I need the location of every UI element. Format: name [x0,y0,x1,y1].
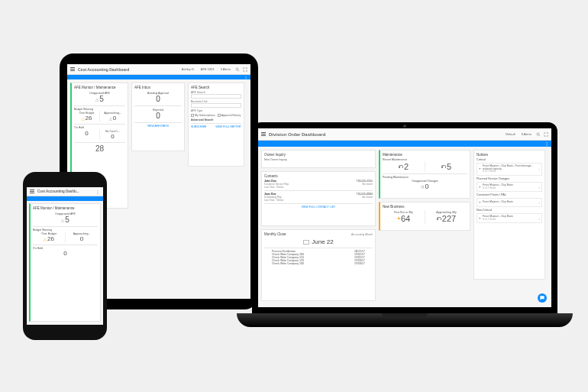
notice-item[interactable]: ⚑Force Majeure - Clay Basin - Front dama… [477,163,542,176]
calendar-icon [303,240,309,245]
search-icon[interactable] [536,132,541,137]
alert-icon: △ [95,97,99,102]
card-notices: Notices Critical⚑Force Majeure - Clay Ba… [473,150,545,280]
page-title: Cost Accounting Dashboard [78,67,129,72]
stat-value: 0 [111,133,114,140]
stat-value: 64 [401,214,410,223]
card-new-business: New Business First Run in 30y ⚑64 Approa… [379,202,470,231]
card-title: Contacts [264,174,373,178]
notice-text: Force Majeure - Clay Basin0 of 2 Read [483,215,513,221]
menu-icon[interactable] [70,67,75,71]
svg-line-1 [238,70,240,71]
notice-text: Force Majeure - Clay Basin [483,201,513,204]
contact-row[interactable]: Jane Doe Scheduling Rep Live Chat · Onli… [264,193,373,202]
warn-icon: △ [82,116,85,121]
card-afe-search: AFE Search AFE Search Business Unit AFE … [188,83,244,167]
stat-value: 5 [65,215,69,224]
dashboard-body: AFE Monitor / Maintenance Unapproved AFE… [27,201,103,325]
card-title: AFE Monitor / Maintenance [74,86,125,89]
blue-toolbar: ⋮ [258,141,551,147]
card-monthly-close: Monthly Close Accounting Month June 22 P… [261,229,376,301]
menu-icon[interactable] [30,190,34,193]
contact-row[interactable]: John Doe Customer Service Rep Live Chat … [264,180,373,189]
monthly-close-row: Check Write Company 13007/03/17 [264,262,373,265]
header-alerts[interactable]: 5 Alerts [219,67,232,71]
card-maintenance: Maintenance Recent Maintenance 2 5 Pendi… [379,150,470,199]
people-icon [437,217,441,220]
notice-text: Force Majeure - Clay Basin0 of 2 Read [483,184,513,190]
card-title: AFE Inbox [134,86,182,89]
stat-value: 26 [86,115,92,121]
flag-icon: ⚑ [397,216,400,221]
card-title: AFE Search [191,86,241,89]
checkbox-approval-history[interactable] [218,114,221,117]
checkbox-my-subs[interactable] [191,114,194,117]
people-icon [399,165,403,168]
app-header: Cost Accounting Dashb... ⋮ [27,187,103,196]
contact-sub: No recent [356,196,373,199]
afe-search-input[interactable] [191,94,241,99]
more-icon[interactable]: ⋮ [95,189,100,194]
header-context[interactable]: Default [504,132,517,136]
subscribe-link[interactable]: SUBSCRIBE [191,125,206,128]
notice-item[interactable]: ⚑Force Majeure - Clay Basin› [477,198,542,207]
notice-item[interactable]: ⚑Force Majeure - Clay Basin0 of 2 Read› [477,213,542,223]
notice-group-label: Planned Service Outages [477,177,542,180]
card-title: Maintenance [383,153,467,157]
card-title: AFE Monitor / Maintenance [33,206,98,210]
alert-icon: △ [61,218,64,222]
svg-point-0 [236,68,238,70]
flag-icon: ⚑ [479,201,481,204]
notice-groups: Critical⚑Force Majeure - Clay Basin - Fr… [477,158,542,223]
notice-text: Force Majeure - Clay Basin - Front damag… [483,165,537,173]
view-contacts-link[interactable]: VIEW FULL CONTACT LIST [264,206,373,209]
view-inbox-link[interactable]: VIEW AFE INBOX [134,125,182,128]
fullscreen-icon[interactable] [243,67,247,72]
flag-icon: ⚑ [479,217,481,220]
laptop-screen: Division Order Dashboard Default 0 Alert… [258,128,551,307]
notice-group-label: Constraint Points / PAL [477,193,542,196]
contact-sub: No recent [356,183,373,186]
stat-value: 28 [95,144,104,153]
dashboard-body: Owner Inquiry New Owner Inquiry Contacts… [258,147,551,307]
mc-date: 07/03/17 [354,262,365,265]
advanced-search-link[interactable]: Advanced Search [191,118,241,121]
card-title: Owner Inquiry [264,153,373,157]
chevron-right-icon: › [538,167,540,171]
checkbox-label: My Subscriptions [195,114,215,117]
card-afe-monitor: AFE Monitor / Maintenance Unapproved AFE… [29,203,101,322]
header-context[interactable]: AFE 1001 [199,67,216,71]
stat-value: 0 [80,235,83,242]
business-unit-input[interactable] [191,103,241,108]
stat-value: 0 [425,183,428,190]
stat-value: 5 [99,95,104,103]
warn-icon: △ [44,237,47,241]
stat-value: 0 [113,115,116,121]
card-owner-inquiry: Owner Inquiry New Owner Inquiry [261,150,376,168]
flag-icon: ⚑ [479,186,481,189]
contact-status: Live Chat · Online [264,199,283,202]
field-label: AFE Type [191,109,241,112]
app-header: Division Order Dashboard Default 0 Alert… [258,128,551,141]
new-owner-inquiry-link[interactable]: New Owner Inquiry [264,158,373,161]
notice-item[interactable]: ⚑Force Majeure - Clay Basin0 of 2 Read› [477,182,542,192]
search-icon[interactable] [235,67,240,72]
mc-label: Check Write Company 130 [272,262,304,265]
stat-value: 26 [47,235,54,242]
svg-line-3 [539,134,541,136]
subtitle: Accounting Month [351,233,373,236]
header-user[interactable]: Ashley D. [180,67,196,71]
menu-icon[interactable] [261,132,266,136]
chevron-right-icon: › [538,185,540,190]
more-icon[interactable]: ⋮ [544,141,549,146]
monthly-close-rows: Process Distribution06/22/17Check Write … [264,250,373,265]
fullscreen-icon[interactable] [544,132,548,137]
month-value: June 22 [312,238,333,245]
stat-value: 0 [85,130,88,137]
notice-group-label: Non-Critical [477,209,542,212]
header-alerts[interactable]: 0 Alerts [520,132,533,136]
chat-fab[interactable] [538,293,547,303]
checkbox-label: Approval History [221,114,241,117]
page-title: Division Order Dashboard [269,132,325,137]
clock-icon: ◷ [421,184,424,189]
